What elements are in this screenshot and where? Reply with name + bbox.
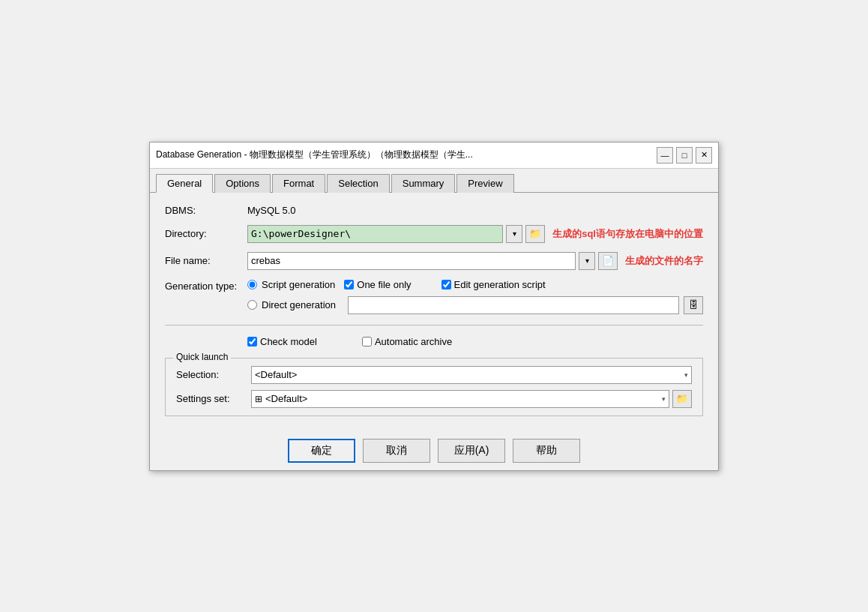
ql-settings-row: Settings set: ⊞ <Default> ▾ 📁 <box>176 390 692 408</box>
window-controls: — □ ✕ <box>657 147 712 164</box>
one-file-only-item: One file only <box>344 279 411 290</box>
apply-button[interactable]: 应用(A) <box>438 439 505 463</box>
filename-control: ▾ 📄 <box>247 252 618 270</box>
minimize-button[interactable]: — <box>657 147 673 164</box>
tab-format[interactable]: Format <box>272 174 325 193</box>
tab-selection[interactable]: Selection <box>327 174 389 193</box>
one-file-only-checkbox[interactable] <box>344 280 354 290</box>
settings-icon: ⊞ <box>255 394 262 404</box>
tab-general[interactable]: General <box>156 174 213 193</box>
dialog-window: Database Generation - 物理数据模型（学生管理系统）（物理数… <box>149 142 719 471</box>
ql-selection-value: <Default> <box>255 369 297 380</box>
quick-launch-group: Quick launch Selection: <Default> ▾ Sett… <box>165 358 703 416</box>
check-model-checkbox[interactable] <box>247 337 257 346</box>
tab-content: DBMS: MySQL 5.0 Directory: ▾ 📁 生成的sql语句存… <box>150 193 718 428</box>
directory-dropdown-button[interactable]: ▾ <box>506 225 522 243</box>
directory-input[interactable] <box>247 225 503 243</box>
script-generation-extras: One file only Edit generation script <box>344 279 560 290</box>
dbms-label: DBMS: <box>165 205 247 216</box>
direct-generation-radio[interactable] <box>247 300 257 310</box>
edit-generation-script-checkbox[interactable] <box>441 280 451 290</box>
script-generation-label: Script generation <box>262 279 335 290</box>
direct-generation-input[interactable] <box>348 296 679 314</box>
edit-icon: 📄 <box>602 255 614 266</box>
cancel-button[interactable]: 取消 <box>363 439 430 463</box>
folder-open-icon: 📁 <box>676 393 688 404</box>
dbms-value: MySQL 5.0 <box>247 205 296 216</box>
ql-selection-dropdown[interactable]: <Default> ▾ <box>251 366 692 384</box>
window-title: Database Generation - 物理数据模型（学生管理系统）（物理数… <box>156 148 473 161</box>
check-model-item: Check model <box>247 336 317 347</box>
generation-type-label: Generation type: <box>165 279 247 292</box>
directory-label: Directory: <box>165 228 247 239</box>
maximize-button[interactable]: □ <box>676 147 693 164</box>
check-options-row: Check model Automatic archive <box>165 336 703 347</box>
directory-control: ▾ 📁 <box>247 225 545 243</box>
generation-type-options: Script generation One file only Edit gen… <box>247 279 703 314</box>
filename-label: File name: <box>165 255 247 266</box>
ql-selection-chevron-icon: ▾ <box>684 371 688 379</box>
close-button[interactable]: ✕ <box>696 147 712 164</box>
automatic-archive-item: Automatic archive <box>362 336 452 347</box>
directory-browse-button[interactable]: 📁 <box>525 225 545 243</box>
edit-generation-script-item: Edit generation script <box>441 279 546 290</box>
button-bar: 确定 取消 应用(A) 帮助 <box>150 428 718 470</box>
filename-edit-button[interactable]: 📄 <box>598 252 618 270</box>
ok-button[interactable]: 确定 <box>288 439 355 463</box>
edit-generation-script-label: Edit generation script <box>454 279 546 290</box>
title-bar: Database Generation - 物理数据模型（学生管理系统）（物理数… <box>150 142 718 169</box>
database-icon: 🗄 <box>689 299 699 310</box>
quick-launch-title: Quick launch <box>173 352 231 362</box>
filename-row: File name: ▾ 📄 生成的文件的名字 <box>165 252 703 270</box>
help-button[interactable]: 帮助 <box>513 439 580 463</box>
ql-settings-dropdown[interactable]: ⊞ <Default> ▾ <box>251 390 669 408</box>
ql-settings-control: ⊞ <Default> ▾ 📁 <box>251 390 692 408</box>
dbms-row: DBMS: MySQL 5.0 <box>165 205 703 216</box>
direct-generation-row: Direct generation 🗄 <box>247 296 703 314</box>
ql-settings-browse-button[interactable]: 📁 <box>672 390 692 408</box>
direct-generation-browse-button[interactable]: 🗄 <box>684 296 703 314</box>
ql-selection-label: Selection: <box>176 369 251 380</box>
one-file-only-label: One file only <box>357 279 411 290</box>
script-generation-row: Script generation One file only Edit gen… <box>247 279 703 290</box>
automatic-archive-checkbox[interactable] <box>362 337 372 346</box>
generation-type-row: Generation type: Script generation One f… <box>165 279 703 314</box>
folder-icon: 📁 <box>529 228 541 239</box>
divider-1 <box>165 325 703 326</box>
automatic-archive-label: Automatic archive <box>375 336 452 347</box>
ql-settings-chevron-icon: ▾ <box>662 395 666 403</box>
ql-settings-value: <Default> <box>265 393 307 404</box>
tab-preview[interactable]: Preview <box>456 174 513 193</box>
direct-generation-label: Direct generation <box>262 299 336 310</box>
directory-row: Directory: ▾ 📁 生成的sql语句存放在电脑中的位置 <box>165 225 703 243</box>
annotation-sql-location: 生成的sql语句存放在电脑中的位置 <box>552 227 703 241</box>
ql-selection-row: Selection: <Default> ▾ <box>176 366 692 384</box>
tab-summary[interactable]: Summary <box>391 174 456 193</box>
ql-settings-label: Settings set: <box>176 393 251 404</box>
dbms-value-container: MySQL 5.0 <box>247 205 703 216</box>
annotation-filename: 生成的文件的名字 <box>625 254 703 268</box>
tab-options[interactable]: Options <box>214 174 271 193</box>
ql-selection-control: <Default> ▾ <box>251 366 692 384</box>
check-model-label: Check model <box>260 336 317 347</box>
tab-bar: General Options Format Selection Summary… <box>150 169 718 193</box>
filename-input[interactable] <box>247 252 576 270</box>
script-generation-radio[interactable] <box>247 280 257 290</box>
filename-dropdown-button[interactable]: ▾ <box>579 252 595 270</box>
